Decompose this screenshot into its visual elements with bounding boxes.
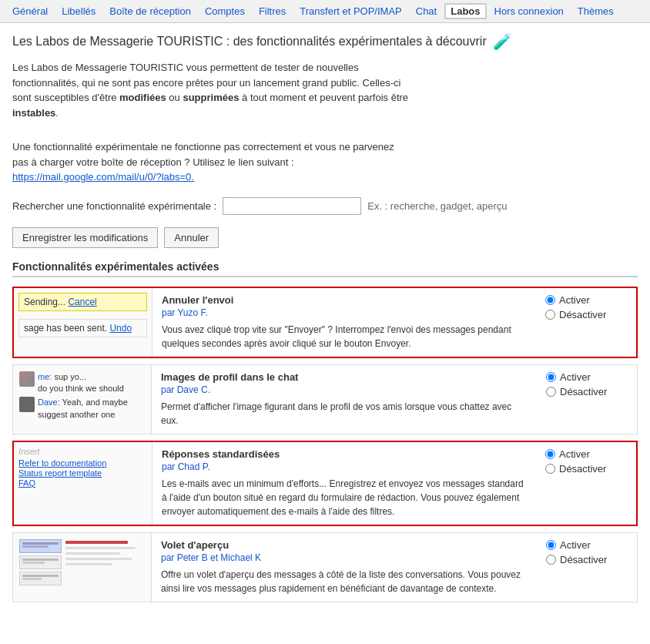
feature-author-annuler-envoi: par Yuzo F.: [162, 307, 527, 318]
nav-comptes[interactable]: Comptes: [199, 3, 251, 19]
activer-label-images: Activer: [560, 371, 591, 383]
radio-desactiver-input-images[interactable]: [546, 387, 556, 397]
chat-msg-dave-text2: suggest another one: [38, 410, 115, 419]
activer-label-reponses: Activer: [559, 448, 590, 460]
feature-author-reponses-std: par Chad P.: [162, 461, 527, 472]
nav-chat[interactable]: Chat: [410, 3, 443, 19]
desactiver-label-reponses: Désactiver: [559, 463, 606, 475]
radio-desactiver-input-volet[interactable]: [546, 555, 556, 565]
feature-name-annuler-envoi: Annuler l'envoi: [162, 294, 527, 306]
pane-content-area: [64, 539, 145, 586]
intro-paragraph-1: Les Labos de Messagerie TOURISTIC vous p…: [12, 60, 413, 120]
feature-desc-images-profil: Permet d'afficher l'image figurant dans …: [161, 400, 528, 428]
activer-label-volet: Activer: [560, 539, 591, 551]
feature-preview-chat: me: sup yo... do you think we should Dav…: [13, 365, 152, 434]
chat-msg-me-text: sup yo...: [54, 372, 86, 381]
nav-libelles[interactable]: Libellés: [55, 3, 102, 19]
chat-text-me: me: sup yo... do you think we should: [38, 371, 124, 395]
nav-general[interactable]: Général: [6, 3, 54, 19]
section-active-title: Fonctionnalités expérimentales activées: [12, 260, 638, 277]
labs-reset-link[interactable]: https://mail.google.com/mail/u/0/?labs=0…: [12, 171, 194, 183]
feature-desc-reponses-std: Les e-mails avec un minimum d'efforts...…: [162, 477, 527, 518]
nav-boite[interactable]: Boîte de réception: [103, 3, 197, 19]
activer-label-annuler: Activer: [559, 294, 590, 306]
cancel-button[interactable]: Annuler: [164, 227, 219, 248]
feature-author-images-profil: par Dave C.: [161, 384, 528, 395]
feature-main-images-profil: Images de profil dans le chat par Dave C…: [152, 365, 537, 434]
feature-preview-pane: [13, 533, 152, 602]
radio-activer-input-annuler[interactable]: [545, 295, 555, 305]
radio-activer-input-images[interactable]: [546, 372, 556, 382]
nav-labos[interactable]: Labos: [444, 3, 486, 19]
radio-activer-volet[interactable]: Activer: [546, 539, 628, 551]
pane-list: [19, 539, 62, 586]
nav-hors-connexion[interactable]: Hors connexion: [488, 3, 570, 19]
radio-activer-annuler[interactable]: Activer: [545, 294, 627, 306]
chat-name-dave: Dave:: [38, 397, 60, 407]
intro-paragraph-2: Une fonctionnalité expérimentale ne fonc…: [12, 139, 413, 185]
sent-text: sage has been sent.: [24, 323, 107, 334]
page-title: Les Labos de Messagerie TOURISTIC : des …: [12, 32, 638, 51]
desactiver-label-images: Désactiver: [560, 386, 607, 397]
canned-item-3[interactable]: FAQ: [18, 478, 147, 488]
radio-activer-input-volet[interactable]: [546, 540, 556, 550]
cancel-link[interactable]: Cancel: [68, 297, 96, 307]
radio-desactiver-annuler[interactable]: Désactiver: [545, 309, 627, 320]
sending-text: Sending...: [24, 297, 65, 307]
feature-row-images-profil: me: sup yo... do you think we should Dav…: [12, 364, 638, 434]
radio-desactiver-images[interactable]: Désactiver: [546, 386, 628, 397]
feature-actions-annuler-envoi: Activer Désactiver: [536, 288, 636, 357]
feature-main-annuler-envoi: Annuler l'envoi par Yuzo F. Vous avez cl…: [152, 288, 536, 357]
feature-row-annuler-envoi: Sending... Cancel sage has been sent. Un…: [12, 287, 638, 358]
feature-actions-reponses-std: Activer Désactiver: [536, 442, 636, 525]
nav-transfert[interactable]: Transfert et POP/IMAP: [293, 3, 407, 19]
chat-avatar-dave: [19, 397, 35, 412]
feature-name-images-profil: Images de profil dans le chat: [161, 371, 528, 383]
radio-activer-reponses[interactable]: Activer: [545, 448, 627, 460]
radio-desactiver-input-annuler[interactable]: [545, 310, 555, 320]
feature-main-reponses-std: Réponses standardisées par Chad P. Les e…: [152, 442, 536, 525]
canned-item-2[interactable]: Status report template: [18, 468, 147, 478]
search-row: Rechercher une fonctionnalité expériment…: [12, 197, 638, 215]
nav-themes[interactable]: Thèmes: [571, 3, 620, 19]
feature-actions-volet-apercu: Activer Désactiver: [537, 533, 637, 602]
feature-main-volet-apercu: Volet d'aperçu par Peter B et Michael K …: [152, 533, 537, 602]
feature-actions-images-profil: Activer Désactiver: [537, 365, 637, 434]
feature-preview-canned: Insert Refer to documentation Status rep…: [14, 442, 152, 525]
canned-item-1[interactable]: Refer to documentation: [18, 458, 147, 468]
radio-desactiver-input-reponses[interactable]: [545, 464, 555, 474]
feature-preview-sending: Sending... Cancel sage has been sent. Un…: [14, 288, 152, 357]
search-hint: Ex. : recherche, gadget, aperçu: [367, 200, 507, 212]
page-title-text: Les Labos de Messagerie TOURISTIC : des …: [12, 35, 487, 49]
radio-desactiver-reponses[interactable]: Désactiver: [545, 463, 627, 475]
nav-filtres[interactable]: Filtres: [253, 3, 292, 19]
chat-name-me: me:: [38, 372, 52, 381]
insert-label: Insert: [18, 447, 147, 456]
radio-activer-images[interactable]: Activer: [546, 371, 628, 383]
feature-desc-annuler-envoi: Vous avez cliqué trop vite sur "Envoyer"…: [162, 323, 527, 351]
radio-activer-input-reponses[interactable]: [545, 449, 555, 459]
chat-text-dave: Dave: Yeah, and maybe suggest another on…: [38, 397, 128, 421]
preview-pane-content: [18, 538, 146, 588]
undo-link[interactable]: Undo: [109, 323, 132, 334]
chat-msg-me-text2: do you think we should: [38, 384, 124, 393]
search-label: Rechercher une fonctionnalité expériment…: [12, 200, 216, 212]
feature-name-volet-apercu: Volet d'aperçu: [161, 539, 528, 551]
chat-msg-dave-text: Yeah, and maybe: [62, 397, 128, 407]
feature-desc-volet-apercu: Offre un volet d'aperçu des messages à c…: [161, 568, 528, 595]
desactiver-label-volet: Désactiver: [560, 554, 607, 565]
feature-author-volet-apercu: par Peter B et Michael K: [161, 552, 528, 563]
feature-name-reponses-std: Réponses standardisées: [162, 448, 527, 460]
flask-icon: 🧪: [493, 32, 512, 51]
preview-sent-bar: sage has been sent. Undo: [18, 319, 147, 337]
preview-canned-content: Insert Refer to documentation Status rep…: [18, 447, 147, 488]
desactiver-label-annuler: Désactiver: [559, 309, 606, 320]
radio-desactiver-volet[interactable]: Désactiver: [546, 554, 628, 565]
chat-avatar-me: [19, 371, 35, 387]
buttons-row: Enregistrer les modifications Annuler: [12, 227, 638, 248]
save-button[interactable]: Enregistrer les modifications: [12, 227, 158, 248]
preview-chat-messages: me: sup yo... do you think we should Dav…: [18, 370, 146, 423]
feature-row-volet-apercu: Volet d'aperçu par Peter B et Michael K …: [12, 532, 638, 602]
main-content: Les Labos de Messagerie TOURISTIC : des …: [0, 23, 650, 618]
search-input[interactable]: [223, 197, 361, 215]
